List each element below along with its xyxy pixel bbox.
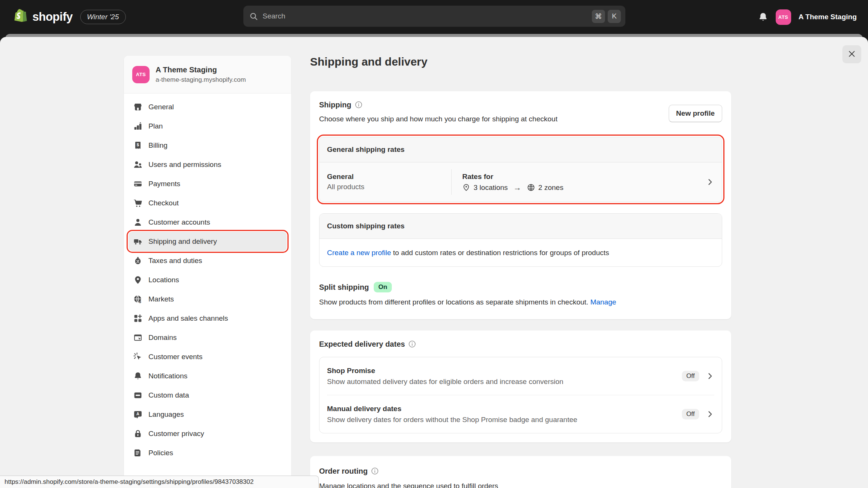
split-shipping-title: Split shipping xyxy=(319,283,369,292)
order-routing-title: Order routing xyxy=(319,467,368,476)
sidebar-item-label: Customer events xyxy=(148,353,203,361)
manage-link[interactable]: Manage xyxy=(590,298,616,306)
sidebar-item-label: Domains xyxy=(148,333,177,342)
general-rates-row[interactable]: General All products Rates for 3 locatio… xyxy=(319,162,722,202)
shipping-card: Shipping Choose where you ship and how m… xyxy=(310,91,731,319)
sidebar-item-label: Locations xyxy=(148,276,179,284)
sidebar-item-label: Shipping and delivery xyxy=(148,237,217,246)
sidebar-item-locations[interactable]: Locations xyxy=(128,270,287,289)
delivery-row-description: Show automated delivery dates for eligib… xyxy=(327,376,682,387)
search-icon xyxy=(249,12,258,21)
split-shipping-section: Split shipping On Show products from dif… xyxy=(319,282,722,307)
sidebar-item-payments[interactable]: Payments xyxy=(128,174,287,193)
apps-icon xyxy=(133,314,143,323)
customer-accounts-icon xyxy=(133,217,143,227)
sidebar-item-customer-events[interactable]: Customer events xyxy=(128,347,287,366)
sidebar-item-plan[interactable]: Plan xyxy=(128,116,287,136)
chevron-right-icon xyxy=(706,410,714,418)
settings-modal: ATS A Theme Staging a-theme-staging.mysh… xyxy=(0,37,868,488)
sidebar-item-billing[interactable]: $ Billing xyxy=(128,136,287,155)
custom-shipping-rates-box: Custom shipping rates Create a new profi… xyxy=(319,213,722,267)
info-icon[interactable] xyxy=(371,467,379,475)
sidebar-item-checkout[interactable]: Checkout xyxy=(128,193,287,213)
svg-text:$: $ xyxy=(139,299,141,304)
info-icon[interactable] xyxy=(355,101,362,109)
sidebar-item-label: Customer accounts xyxy=(148,218,210,226)
status-badge-off: Off xyxy=(682,409,699,419)
policies-icon xyxy=(133,448,143,458)
order-routing-card: Order routing Manage locations and the s… xyxy=(310,456,731,488)
create-new-profile-link[interactable]: Create a new profile xyxy=(327,249,391,257)
profile-scope: All products xyxy=(327,182,451,192)
shopify-wordmark: shopify xyxy=(32,10,73,24)
status-url: https://admin.shopify.com/store/a-theme-… xyxy=(5,478,254,486)
sidebar-item-apps-and-sales-channels[interactable]: Apps and sales channels xyxy=(128,309,287,328)
search-input[interactable]: Search ⌘ K xyxy=(243,6,625,27)
sidebar-item-label: Notifications xyxy=(148,372,188,380)
locations-icon xyxy=(133,275,143,285)
sidebar-item-notifications[interactable]: Notifications xyxy=(128,366,287,386)
search-placeholder: Search xyxy=(263,12,592,20)
sidebar-item-customer-privacy[interactable]: Customer privacy xyxy=(128,424,287,443)
custom-data-icon xyxy=(133,390,143,400)
markets-icon: $ xyxy=(133,294,143,304)
sidebar-item-general[interactable]: General xyxy=(128,97,287,116)
store-avatar: ATS xyxy=(132,66,150,83)
main-content: Shipping and delivery Shipping Choose wh… xyxy=(310,37,731,488)
delivery-row[interactable]: Manual delivery dates Show delivery date… xyxy=(319,395,722,433)
sidebar-item-markets[interactable]: $ Markets xyxy=(128,289,287,309)
rates-for-label: Rates for xyxy=(462,171,706,182)
account-avatar[interactable]: ATS xyxy=(776,9,791,25)
search-shortcut: ⌘ K xyxy=(592,10,621,23)
shopify-admin-screen: shopify Winter '25 Search ⌘ K ATS A Them… xyxy=(0,0,868,488)
sidebar-item-users-and-permissions[interactable]: Users and permissions xyxy=(128,155,287,174)
new-profile-button[interactable]: New profile xyxy=(669,105,722,122)
sidebar-item-policies[interactable]: Policies xyxy=(128,443,287,462)
svg-text:$: $ xyxy=(137,142,139,147)
sidebar-item-customer-accounts[interactable]: Customer accounts xyxy=(128,213,287,232)
sidebar-item-label: Billing xyxy=(148,141,168,150)
custom-rates-text: to add custom rates or destination restr… xyxy=(391,249,609,257)
expected-delivery-title: Expected delivery dates xyxy=(319,340,405,349)
custom-rates-header: Custom shipping rates xyxy=(319,214,722,239)
chevron-right-icon xyxy=(706,372,714,380)
command-key: ⌘ xyxy=(592,10,605,23)
delivery-row-title: Manual delivery dates xyxy=(327,404,682,414)
sidebar-item-label: Policies xyxy=(148,449,173,457)
sidebar-item-domains[interactable]: Domains xyxy=(128,328,287,347)
edition-badge[interactable]: Winter '25 xyxy=(80,10,126,24)
domains-icon xyxy=(133,333,143,343)
expected-delivery-card: Expected delivery dates Shop Promise Sho… xyxy=(310,330,731,442)
sidebar-item-languages[interactable]: A Languages xyxy=(128,405,287,424)
sidebar-item-shipping-and-delivery[interactable]: Shipping and delivery xyxy=(128,232,287,251)
info-icon[interactable] xyxy=(408,340,416,348)
status-bar: https://admin.shopify.com/store/a-theme-… xyxy=(0,476,319,488)
sidebar-item-label: Apps and sales channels xyxy=(148,314,228,323)
sidebar-item-label: Customer privacy xyxy=(148,430,204,438)
close-button[interactable] xyxy=(842,45,861,63)
arrow-right-icon: → xyxy=(513,182,521,193)
notifications-bell-icon[interactable] xyxy=(758,12,768,22)
split-shipping-description: Show products from different profiles or… xyxy=(319,298,590,306)
plan-icon xyxy=(133,121,143,131)
account-name[interactable]: A Theme Staging xyxy=(799,13,857,21)
sidebar-item-label: Custom data xyxy=(148,391,189,399)
customer-privacy-icon xyxy=(133,429,143,439)
shopify-logo[interactable]: shopify xyxy=(0,9,73,25)
status-badge-on: On xyxy=(374,282,392,292)
profile-name: General xyxy=(327,171,451,182)
order-routing-description: Manage locations and the sequence used t… xyxy=(319,481,722,488)
notifications-icon xyxy=(133,371,143,381)
general-shipping-rates-box: General shipping rates General All produ… xyxy=(319,137,722,202)
sidebar-item-taxes-and-duties[interactable]: Taxes and duties xyxy=(128,251,287,270)
sidebar-item-label: Languages xyxy=(148,410,184,419)
payments-icon xyxy=(133,179,143,189)
delivery-options-list: Shop Promise Show automated delivery dat… xyxy=(319,357,722,433)
languages-icon: A xyxy=(133,410,143,419)
sidebar-item-custom-data[interactable]: Custom data xyxy=(128,386,287,405)
sidebar-item-label: General xyxy=(148,103,174,111)
globe-icon xyxy=(527,184,535,191)
delivery-row[interactable]: Shop Promise Show automated delivery dat… xyxy=(319,357,722,395)
checkout-icon xyxy=(133,198,143,208)
store-header[interactable]: ATS A Theme Staging a-theme-staging.mysh… xyxy=(124,56,291,93)
